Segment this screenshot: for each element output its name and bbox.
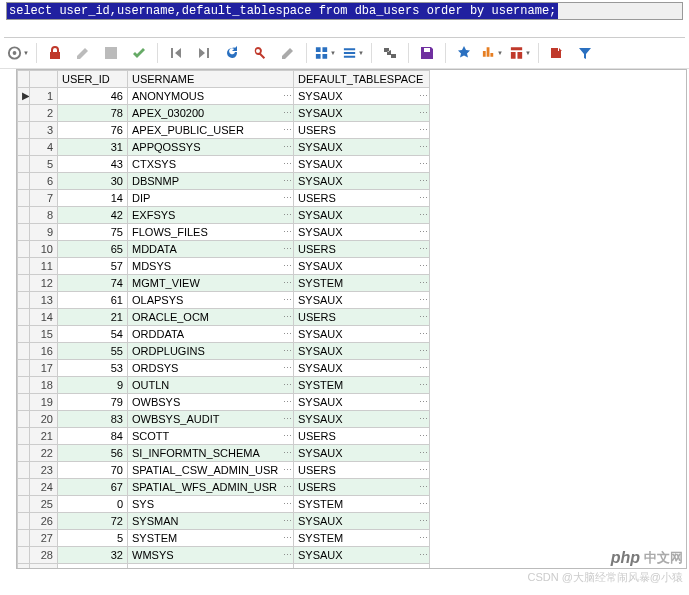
cell-userid[interactable]: 5: [58, 530, 128, 547]
cell-expand-icon[interactable]: ⋯: [281, 547, 293, 563]
cell-expand-icon[interactable]: ⋯: [281, 309, 293, 325]
cell-expand-icon[interactable]: ⋯: [281, 241, 293, 257]
cell-expand-icon[interactable]: ⋯: [281, 105, 293, 121]
cell-userid[interactable]: 21: [58, 309, 128, 326]
cell-username[interactable]: MGMT_VIEW⋯: [128, 275, 294, 292]
cell-userid[interactable]: 30: [58, 173, 128, 190]
cell-expand-icon[interactable]: ⋯: [417, 190, 429, 206]
last-icon[interactable]: [192, 42, 216, 64]
table-row[interactable]: 1361OLAPSYS⋯SYSAUX⋯: [18, 292, 430, 309]
cell-userid[interactable]: 31: [58, 139, 128, 156]
table-row[interactable]: 2672SYSMAN⋯SYSAUX⋯: [18, 513, 430, 530]
table-row[interactable]: 975FLOWS_FILES⋯SYSAUX⋯: [18, 224, 430, 241]
cell-expand-icon[interactable]: ⋯: [281, 343, 293, 359]
cell-userid[interactable]: 57: [58, 258, 128, 275]
first-icon[interactable]: [164, 42, 188, 64]
grid-view-icon[interactable]: ▼: [313, 42, 337, 64]
cell-username[interactable]: SYS⋯: [128, 496, 294, 513]
cell-tablespace[interactable]: SYSAUX⋯: [294, 394, 430, 411]
cell-tablespace[interactable]: USERS⋯: [294, 479, 430, 496]
cell-userid[interactable]: 14: [58, 190, 128, 207]
wizard-icon[interactable]: [452, 42, 476, 64]
cell-userid[interactable]: 43: [58, 156, 128, 173]
cell-expand-icon[interactable]: ⋯: [417, 462, 429, 478]
cell-tablespace[interactable]: SYSTEM⋯: [294, 530, 430, 547]
table-row[interactable]: 278APEX_030200⋯SYSAUX⋯: [18, 105, 430, 122]
cell-userid[interactable]: 70: [58, 462, 128, 479]
cell-username[interactable]: XDB⋯: [128, 564, 294, 570]
cell-tablespace[interactable]: SYSAUX⋯: [294, 360, 430, 377]
cell-expand-icon[interactable]: ⋯: [281, 377, 293, 393]
cell-userid[interactable]: 72: [58, 513, 128, 530]
table-row[interactable]: 1274MGMT_VIEW⋯SYSTEM⋯: [18, 275, 430, 292]
cell-username[interactable]: APEX_PUBLIC_USER⋯: [128, 122, 294, 139]
cell-userid[interactable]: 75: [58, 224, 128, 241]
lock-icon[interactable]: [43, 42, 67, 64]
table-row[interactable]: 1655ORDPLUGINS⋯SYSAUX⋯: [18, 343, 430, 360]
cell-username[interactable]: OWBSYS⋯: [128, 394, 294, 411]
cell-expand-icon[interactable]: ⋯: [281, 496, 293, 512]
cell-expand-icon[interactable]: ⋯: [417, 156, 429, 172]
column-header-userid[interactable]: USER_ID: [58, 71, 128, 88]
cell-userid[interactable]: 79: [58, 394, 128, 411]
cell-tablespace[interactable]: SYSAUX⋯: [294, 326, 430, 343]
cell-userid[interactable]: 65: [58, 241, 128, 258]
cell-userid[interactable]: 46: [58, 88, 128, 105]
cell-expand-icon[interactable]: ⋯: [417, 394, 429, 410]
cell-expand-icon[interactable]: ⋯: [417, 224, 429, 240]
cell-username[interactable]: ORACLE_OCM⋯: [128, 309, 294, 326]
table-row[interactable]: 376APEX_PUBLIC_USER⋯USERS⋯: [18, 122, 430, 139]
cell-tablespace[interactable]: SYSAUX⋯: [294, 513, 430, 530]
cell-expand-icon[interactable]: ⋯: [417, 513, 429, 529]
cell-expand-icon[interactable]: ⋯: [281, 360, 293, 376]
cell-expand-icon[interactable]: ⋯: [417, 139, 429, 155]
cell-username[interactable]: ORDPLUGINS⋯: [128, 343, 294, 360]
table-row[interactable]: 2083OWBSYS_AUDIT⋯SYSAUX⋯: [18, 411, 430, 428]
cell-username[interactable]: DIP⋯: [128, 190, 294, 207]
cell-username[interactable]: APEX_030200⋯: [128, 105, 294, 122]
cell-expand-icon[interactable]: ⋯: [281, 292, 293, 308]
cell-expand-icon[interactable]: ⋯: [281, 445, 293, 461]
cell-expand-icon[interactable]: ⋯: [281, 394, 293, 410]
cell-tablespace[interactable]: SYSAUX⋯: [294, 564, 430, 570]
cell-tablespace[interactable]: SYSAUX⋯: [294, 258, 430, 275]
cell-expand-icon[interactable]: ⋯: [417, 292, 429, 308]
cell-tablespace[interactable]: SYSTEM⋯: [294, 377, 430, 394]
cell-username[interactable]: SYSMAN⋯: [128, 513, 294, 530]
cell-tablespace[interactable]: SYSAUX⋯: [294, 411, 430, 428]
table-row[interactable]: 1421ORACLE_OCM⋯USERS⋯: [18, 309, 430, 326]
table-row[interactable]: 842EXFSYS⋯SYSAUX⋯: [18, 207, 430, 224]
cell-expand-icon[interactable]: ⋯: [281, 173, 293, 189]
cell-userid[interactable]: 61: [58, 292, 128, 309]
cell-tablespace[interactable]: SYSAUX⋯: [294, 224, 430, 241]
cell-username[interactable]: OWBSYS_AUDIT⋯: [128, 411, 294, 428]
cell-userid[interactable]: 0: [58, 496, 128, 513]
cell-tablespace[interactable]: SYSAUX⋯: [294, 173, 430, 190]
cell-username[interactable]: SPATIAL_WFS_ADMIN_USR⋯: [128, 479, 294, 496]
record-icon[interactable]: ▼: [341, 42, 365, 64]
cell-expand-icon[interactable]: ⋯: [281, 479, 293, 495]
save-icon[interactable]: [415, 42, 439, 64]
cell-expand-icon[interactable]: ⋯: [417, 428, 429, 444]
cell-expand-icon[interactable]: ⋯: [417, 360, 429, 376]
table-row[interactable]: 2184SCOTT⋯USERS⋯: [18, 428, 430, 445]
cell-expand-icon[interactable]: ⋯: [281, 139, 293, 155]
table-row[interactable]: 543CTXSYS⋯SYSAUX⋯: [18, 156, 430, 173]
cell-userid[interactable]: 54: [58, 326, 128, 343]
cell-expand-icon[interactable]: ⋯: [417, 547, 429, 563]
cell-expand-icon[interactable]: ⋯: [281, 275, 293, 291]
results-grid[interactable]: USER_ID USERNAME DEFAULT_TABLESPACE ▶146…: [16, 69, 687, 569]
cell-expand-icon[interactable]: ⋯: [281, 530, 293, 546]
table-row[interactable]: 1753ORDSYS⋯SYSAUX⋯: [18, 360, 430, 377]
cell-expand-icon[interactable]: ⋯: [417, 411, 429, 427]
cell-tablespace[interactable]: SYSAUX⋯: [294, 156, 430, 173]
reload-icon[interactable]: [220, 42, 244, 64]
table-row[interactable]: 1554ORDDATA⋯SYSAUX⋯: [18, 326, 430, 343]
cell-userid[interactable]: 53: [58, 360, 128, 377]
cell-userid[interactable]: 67: [58, 479, 128, 496]
cell-expand-icon[interactable]: ⋯: [417, 479, 429, 495]
cell-userid[interactable]: 45: [58, 564, 128, 570]
cell-userid[interactable]: 78: [58, 105, 128, 122]
cell-userid[interactable]: 56: [58, 445, 128, 462]
cell-tablespace[interactable]: SYSAUX⋯: [294, 343, 430, 360]
